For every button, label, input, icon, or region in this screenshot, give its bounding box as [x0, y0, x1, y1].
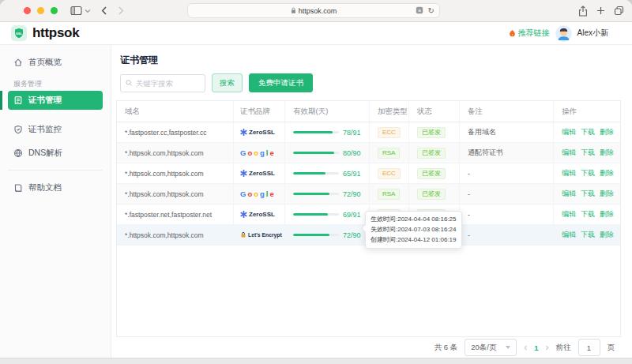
address-bar[interactable]: httpsok.com a ↻	[187, 3, 440, 18]
svg-text:SSL: SSL	[16, 32, 22, 36]
next-page-button[interactable]: ›	[546, 342, 549, 353]
minimize-window-button[interactable]	[37, 7, 44, 14]
validity-progress-track	[293, 193, 339, 195]
goto-label: 前往	[556, 343, 571, 353]
validity-cell: 72/90	[285, 184, 370, 204]
actions-cell: 编辑下载删除	[554, 163, 620, 183]
actions-cell: 编辑下载删除	[554, 184, 620, 204]
new-tab-icon[interactable]	[596, 6, 605, 15]
page-size-select[interactable]: 20条/页	[465, 339, 517, 356]
remark-cell: -	[460, 225, 554, 245]
validity-days: 72/90	[343, 190, 361, 198]
action-download-link[interactable]: 下载	[581, 230, 595, 240]
brand-cell: Google	[234, 143, 285, 163]
validity-progress-fill	[293, 131, 333, 133]
action-delete-link[interactable]: 删除	[600, 127, 614, 137]
action-edit-link[interactable]: 编辑	[562, 230, 576, 240]
zoom-window-button[interactable]	[51, 7, 58, 14]
app-title: httpsok	[32, 25, 79, 41]
domain-cell: *.httpsok.com,httpsok.com	[117, 225, 234, 245]
tooltip-line: 生效时间:2024-04-04 08:16:25	[371, 215, 457, 225]
translate-icon[interactable]: a	[416, 6, 423, 16]
browser-chrome: httpsok.com a ↻	[0, 0, 632, 22]
search-button[interactable]: 搜索	[212, 73, 243, 92]
action-edit-link[interactable]: 编辑	[562, 148, 576, 158]
sidebar-section-label: 服务管理	[13, 79, 103, 87]
flame-icon	[509, 29, 516, 38]
current-page[interactable]: 1	[534, 343, 538, 352]
goto-unit: 页	[608, 343, 615, 353]
back-button[interactable]	[101, 6, 107, 15]
remark-cell: 备用域名	[460, 122, 554, 142]
validity-progress-track	[293, 234, 339, 236]
keyword-search-field[interactable]	[120, 74, 205, 92]
action-download-link[interactable]: 下载	[581, 127, 595, 137]
forward-button[interactable]	[118, 6, 124, 15]
cert-dates-tooltip: 生效时间:2024-04-04 08:16:25失效时间:2024-07-03 …	[365, 211, 462, 249]
sidebar-toggle-icon[interactable]	[70, 6, 82, 16]
sidebar-item-shield[interactable]: 证书监控	[8, 120, 103, 139]
shield-icon	[13, 125, 23, 134]
shield-logo-icon: SSL	[11, 25, 27, 41]
reload-icon[interactable]: ↻	[428, 6, 434, 15]
action-edit-link[interactable]: 编辑	[562, 168, 576, 178]
validity-days: 78/91	[343, 129, 361, 137]
table-row: *.httpsok.com,httpsok.comZeroSSL65/91ECC…	[117, 163, 620, 184]
status-tag: 已签发	[417, 189, 446, 200]
sidebar-item-home[interactable]: 首页概览	[8, 53, 103, 72]
remark-cell: -	[460, 163, 554, 183]
close-window-button[interactable]	[24, 7, 31, 14]
status-cell: 已签发	[409, 143, 460, 163]
google-logo: Google	[240, 190, 274, 198]
action-download-link[interactable]: 下载	[581, 148, 595, 158]
action-delete-link[interactable]: 删除	[600, 209, 614, 220]
table-header-row: 域名证书品牌有效期(天)加密类型状态备注操作	[117, 101, 620, 122]
goto-page-input[interactable]	[578, 339, 600, 356]
svg-text:a: a	[418, 7, 421, 13]
chevron-down-icon[interactable]	[85, 9, 91, 13]
prev-page-button[interactable]: ‹	[524, 342, 527, 353]
encryption-cell: ECC	[370, 163, 409, 183]
status-cell: 已签发	[409, 122, 460, 142]
action-edit-link[interactable]: 编辑	[562, 127, 576, 137]
lets-encrypt-icon	[240, 231, 246, 238]
sidebar-item-label: 证书监控	[28, 124, 62, 135]
encryption-tag: ECC	[378, 127, 401, 138]
domain-cell: *.httpsok.com,httpsok.com	[117, 163, 234, 183]
validity-cell: 65/91	[285, 163, 370, 183]
tab-overview-icon[interactable]	[614, 6, 624, 16]
action-delete-link[interactable]: 删除	[600, 168, 614, 178]
main-content: 证书管理 搜索 免费申请证书 域名证书品牌有效期(天)加密类型状态备注操作 *.…	[112, 45, 632, 358]
sidebar-item-globe[interactable]: DNS解析	[8, 144, 103, 163]
search-input[interactable]	[136, 79, 200, 88]
action-delete-link[interactable]: 删除	[600, 230, 614, 240]
encryption-cell: RSA	[370, 143, 409, 163]
actions-cell: 编辑下载删除	[554, 122, 620, 142]
app-logo[interactable]: SSL httpsok	[11, 25, 79, 41]
user-name[interactable]: Alex小新	[577, 28, 608, 39]
zerossl-icon	[240, 170, 247, 177]
action-edit-link[interactable]: 编辑	[562, 209, 576, 220]
brand-name: ZeroSSL	[249, 170, 275, 177]
action-edit-link[interactable]: 编辑	[562, 189, 576, 199]
action-delete-link[interactable]: 删除	[600, 148, 614, 158]
sidebar-item-certificate[interactable]: 证书管理	[8, 91, 103, 110]
action-download-link[interactable]: 下载	[581, 189, 595, 199]
app-header: SSL httpsok 推荐链接 Alex小新	[0, 22, 632, 45]
referral-link[interactable]: 推荐链接	[509, 28, 550, 39]
avatar[interactable]	[555, 25, 572, 42]
action-download-link[interactable]: 下载	[581, 209, 595, 220]
encryption-cell: RSA	[370, 184, 409, 204]
action-download-link[interactable]: 下载	[581, 168, 595, 178]
lock-icon	[291, 7, 296, 14]
status-cell: 已签发	[409, 163, 460, 183]
sidebar-item-book[interactable]: 帮助文档	[8, 178, 103, 197]
column-header: 加密类型	[370, 101, 409, 122]
action-delete-link[interactable]: 删除	[600, 189, 614, 199]
search-icon	[126, 79, 133, 87]
share-icon[interactable]	[578, 6, 588, 17]
book-icon	[13, 183, 23, 193]
domain-cell: *.fastposter.net,fastposter.net	[117, 205, 234, 224]
url-text: httpsok.com	[299, 7, 337, 15]
apply-certificate-button[interactable]: 免费申请证书	[249, 73, 313, 92]
